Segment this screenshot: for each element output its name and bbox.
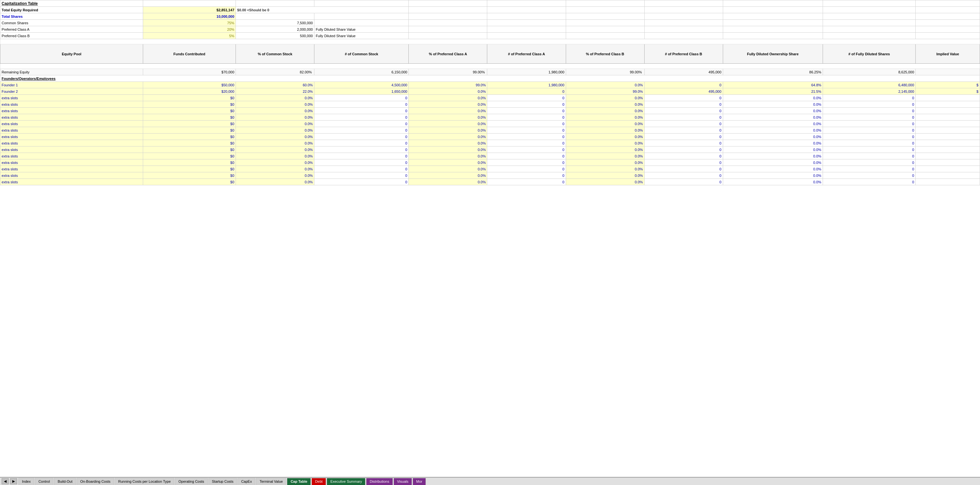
- remaining-equity-label: Remaining Equity: [0, 69, 143, 75]
- tab-terminal-value[interactable]: Terminal Value: [256, 478, 286, 485]
- tab-buildout[interactable]: Build-Out: [54, 478, 76, 485]
- column-header-row: Equity Pool Funds Contributed % of Commo…: [0, 44, 980, 64]
- extra-slot-row-9: extra slots $0 0.0% 0 0.0% 0 0.0% 0 0.0%…: [0, 134, 980, 140]
- col-fd-ownership: Fully Diluted Ownership Share: [723, 44, 822, 64]
- tab-more[interactable]: Mor: [413, 478, 426, 485]
- pref-b-note: Fully Diluted Share Value: [314, 33, 409, 39]
- main-content[interactable]: Capitalization Table Total Equity Requir…: [0, 0, 980, 477]
- col-equity-pool: Equity Pool: [0, 44, 143, 64]
- tab-distributions[interactable]: Distributions: [366, 478, 393, 485]
- tab-onboarding[interactable]: On-Boarding Costs: [76, 478, 114, 485]
- extra-slot-row-5: extra slots $0 0.0% 0 0.0% 0 0.0% 0 0.0%…: [0, 108, 980, 114]
- remaining-equity-fd-share: 86.25%: [723, 69, 822, 75]
- common-shares-label: Common Shares: [0, 20, 143, 26]
- founder-2-pct-pref-a: 0.0%: [409, 88, 487, 95]
- tab-control[interactable]: Control: [35, 478, 53, 485]
- founders-section-label: Founders/Operators/Employees: [0, 75, 980, 82]
- total-shares-value: 10,000,000: [143, 13, 235, 20]
- extra-slot-row-10: extra slots $0 0.0% 0 0.0% 0 0.0% 0 0.0%…: [0, 140, 980, 147]
- founder-1-num-pref-a: 1,980,000: [487, 82, 566, 88]
- extra-slot-row-16: extra slots $0 0.0% 0 0.0% 0 0.0% 0 0.0%…: [0, 179, 980, 185]
- col-num-pref-a: # of Preferred Class A: [487, 44, 566, 64]
- extra-slot-row-11: extra slots $0 0.0% 0 0.0% 0 0.0% 0 0.0%…: [0, 147, 980, 153]
- common-shares-num: 7,500,000: [236, 20, 314, 26]
- founder-2-implied: $: [916, 88, 980, 95]
- common-shares-row: Common Shares 75% 7,500,000: [0, 20, 980, 26]
- pref-b-row: Preferred Class B 5% 500,000 Fully Dilut…: [0, 33, 980, 39]
- col-pct-pref-b: % of Preferred Class B: [566, 44, 644, 64]
- remaining-equity-num-common: 6,150,000: [314, 69, 409, 75]
- col-pct-pref-a: % of Preferred Class A: [409, 44, 487, 64]
- tab-nav-left[interactable]: ◀: [2, 478, 9, 484]
- tab-executive-summary[interactable]: Executive Summary: [327, 478, 366, 485]
- founder-2-row: Founder 2 $20,000 22.0% 1,650,000 0.0% 0…: [0, 88, 980, 95]
- founder-2-pct-pref-b: 99.0%: [566, 88, 644, 95]
- founder-2-num-pref-b: 495,000: [644, 88, 723, 95]
- extra-slot-row-12: extra slots $0 0.0% 0 0.0% 0 0.0% 0 0.0%…: [0, 153, 980, 160]
- total-shares-label: Total Shares: [0, 13, 143, 20]
- founder-1-funds: $50,000: [143, 82, 235, 88]
- bottom-tab-bar: ◀ ▶ Index Control Build-Out On-Boarding …: [0, 477, 980, 485]
- extra-slot-row-7: extra slots $0 0.0% 0 0.0% 0 0.0% 0 0.0%…: [0, 121, 980, 127]
- extra-slot-label-3: extra slots: [0, 95, 143, 101]
- remaining-equity-pct-pref-a: 99.00%: [409, 69, 487, 75]
- tab-debt[interactable]: Debt: [312, 478, 326, 485]
- tab-index[interactable]: Index: [18, 478, 34, 485]
- should-be: $0.00 <Should be 0: [236, 7, 409, 13]
- founder-1-fd-share: 64.8%: [723, 82, 822, 88]
- tab-startup-costs[interactable]: Startup Costs: [208, 478, 237, 485]
- col-pct-common: % of Common Stock: [236, 44, 314, 64]
- title-row: Capitalization Table: [0, 0, 980, 7]
- founder-1-num-common: 4,500,000: [314, 82, 409, 88]
- tab-visuals[interactable]: Visuals: [393, 478, 412, 485]
- extra-slot-row-15: extra slots $0 0.0% 0 0.0% 0 0.0% 0 0.0%…: [0, 172, 980, 179]
- remaining-equity-num-pref-a: 1,980,000: [487, 69, 566, 75]
- empty-row-1: [0, 39, 980, 44]
- table-title: Capitalization Table: [0, 0, 143, 7]
- founder-1-num-fd: 6,480,000: [822, 82, 915, 88]
- founder-1-pct-pref-b: 0.0%: [566, 82, 644, 88]
- extra-slot-row-4: extra slots $0 0.0% 0 0.0% 0 0.0% 0 0.0%…: [0, 101, 980, 108]
- pref-a-pct: 20%: [143, 26, 235, 33]
- col-implied-value: Implied Value: [916, 44, 980, 64]
- founder-2-pct-common: 22.0%: [236, 88, 314, 95]
- founder-1-num-pref-b: 0: [644, 82, 723, 88]
- col-num-common: # of Common Stock: [314, 44, 409, 64]
- total-equity-label: Total Equity Required: [0, 7, 143, 13]
- pref-b-num: 500,000: [236, 33, 314, 39]
- founder-1-pct-common: 60.0%: [236, 82, 314, 88]
- remaining-equity-num-fd: 8,625,000: [822, 69, 915, 75]
- founder-1-implied: $: [916, 82, 980, 88]
- total-equity-value: $2,851,147: [143, 7, 235, 13]
- tab-cap-table[interactable]: Cap Table: [287, 478, 311, 485]
- col-funds-contributed: Funds Contributed: [143, 44, 235, 64]
- remaining-equity-pct-pref-b: 99.00%: [566, 69, 644, 75]
- extra-slot-row-13: extra slots $0 0.0% 0 0.0% 0 0.0% 0 0.0%…: [0, 160, 980, 166]
- pref-a-note: Fully Diluted Share Value: [314, 26, 409, 33]
- founders-section-header: Founders/Operators/Employees: [0, 75, 980, 82]
- founder-2-fd-share: 21.5%: [723, 88, 822, 95]
- pref-b-pct: 5%: [143, 33, 235, 39]
- col-num-fd-shares: # of Fully Diluted Shares: [822, 44, 915, 64]
- remaining-equity-pct-common: 82.00%: [236, 69, 314, 75]
- remaining-equity-funds: $70,000: [143, 69, 235, 75]
- extra-slot-row-6: extra slots $0 0.0% 0 0.0% 0 0.0% 0 0.0%…: [0, 114, 980, 121]
- total-shares-row: Total Shares 10,000,000: [0, 13, 980, 20]
- tab-running-costs[interactable]: Running Costs per Location Type: [115, 478, 174, 485]
- empty-row-2: [0, 64, 980, 69]
- tab-capex[interactable]: CapEx: [237, 478, 255, 485]
- pref-b-label: Preferred Class B: [0, 33, 143, 39]
- pref-a-row: Preferred Class A 20% 2,000,000 Fully Di…: [0, 26, 980, 33]
- tab-operating-costs[interactable]: Operating Costs: [175, 478, 207, 485]
- remaining-equity-num-pref-b: 495,000: [644, 69, 723, 75]
- col-num-pref-b: # of Preferred Class B: [644, 44, 723, 64]
- founder-2-num-pref-a: 0: [487, 88, 566, 95]
- remaining-equity-row: Remaining Equity $70,000 82.00% 6,150,00…: [0, 69, 980, 75]
- founder-2-num-fd: 2,145,000: [822, 88, 915, 95]
- founder-1-pct-pref-a: 99.0%: [409, 82, 487, 88]
- common-shares-pct: 75%: [143, 20, 235, 26]
- pref-a-num: 2,000,000: [236, 26, 314, 33]
- tab-nav-right[interactable]: ▶: [10, 478, 17, 484]
- pref-a-label: Preferred Class A: [0, 26, 143, 33]
- founder-2-funds: $20,000: [143, 88, 235, 95]
